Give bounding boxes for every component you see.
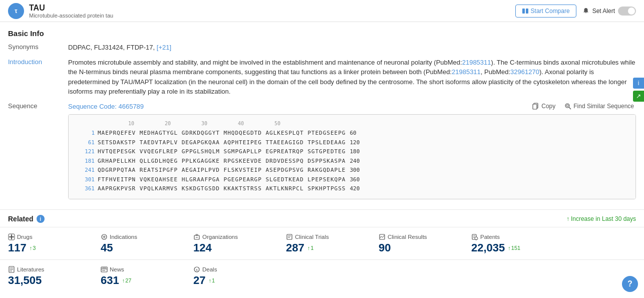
introduction-value: Promotes microtubule assembly and stabil… — [68, 58, 636, 97]
sequence-box[interactable]: 10 20 30 40 50 1 MAEPRQEFEV MEDHAGTYGL G… — [68, 114, 636, 199]
basic-info-section: Basic Info Synonyms DDPAC, FLJ31424, FTD… — [0, 22, 644, 209]
stat-news[interactable]: News 631 ↑ 27 — [101, 263, 193, 289]
start-compare-button[interactable]: Start Compare — [515, 5, 576, 18]
float-info-button[interactable]: i — [633, 78, 644, 89]
app-logo: τ — [8, 3, 24, 19]
clinical-results-icon — [379, 233, 386, 240]
synonyms-value: DDPAC, FLJ31424, FTDP-17, [+21] — [68, 43, 636, 53]
intro-text3: , PubMed: — [481, 68, 510, 76]
sequence-content: Sequence Code: 4665789 Copy — [68, 102, 636, 200]
patents-icon: p — [471, 233, 478, 240]
news-count: 631 — [101, 275, 119, 286]
set-alert-toggle[interactable] — [618, 7, 636, 16]
header-actions: Start Compare Set Alert — [515, 5, 636, 18]
synonyms-label: Synonyms — [8, 43, 68, 51]
find-similar-icon — [564, 103, 571, 110]
pubmed1-link[interactable]: 21985311 — [462, 59, 491, 66]
synonyms-text: DDPAC, FLJ31424, FTDP-17, — [68, 44, 157, 51]
synonyms-more-link[interactable]: [+21] — [157, 44, 171, 51]
svg-text:$: $ — [196, 268, 198, 271]
related-title-text: Related — [8, 215, 34, 223]
bell-icon — [582, 8, 589, 15]
pubmed2-link[interactable]: 21985311 — [452, 68, 481, 76]
seq-line-181: 181 GRHAPELLKH QLLGDLHQEG PPLKGAGGKE RPG… — [74, 157, 630, 166]
deals-count: 27 — [193, 275, 205, 286]
float-right-buttons: i ↗ — [633, 78, 644, 102]
stat-organizations[interactable]: Organizations 124 — [193, 230, 286, 256]
indications-icon — [101, 233, 108, 240]
copy-button[interactable]: Copy — [530, 102, 557, 111]
clinical-trials-icon — [286, 233, 293, 240]
find-similar-button[interactable]: Find Similar Sequence — [562, 102, 636, 111]
stat-clinical-results[interactable]: Clinical Results 90 — [379, 230, 471, 256]
header: τ TAU Microtubule-associated protein tau… — [0, 0, 644, 22]
clinical-results-label: Clinical Results — [388, 234, 427, 240]
stats-row-2: Literatures 31,505 News 631 ↑ 27 — [0, 259, 644, 292]
svg-rect-16 — [196, 234, 198, 235]
indications-label: Indications — [110, 234, 137, 240]
deals-icon: $ — [193, 266, 200, 273]
float-action-button[interactable]: ↗ — [633, 91, 644, 102]
basic-info-title: Basic Info — [8, 29, 636, 38]
intro-text1: Promotes microtubule assembly and stabil… — [68, 59, 462, 66]
organizations-label: Organizations — [202, 234, 238, 240]
drugs-up: ↑ 3 — [30, 245, 36, 251]
copy-icon — [532, 103, 539, 110]
svg-rect-5 — [533, 104, 537, 109]
sequence-ruler: 10 20 30 40 50 — [74, 120, 630, 127]
organizations-icon — [193, 233, 200, 240]
patents-up: ↑ 151 — [508, 245, 520, 251]
increase-label: ↑ Increase in Last 30 days — [566, 215, 636, 222]
news-icon — [101, 266, 108, 273]
svg-point-6 — [565, 104, 569, 108]
sequence-code-link[interactable]: Sequence Code: 4665789 — [68, 102, 530, 112]
drugs-icon — [8, 233, 15, 240]
clinical-results-count: 90 — [379, 242, 391, 253]
deals-up: ↑ 1 — [208, 277, 215, 283]
stats-row-1: Drugs 117 ↑ 3 Indications 45 — [0, 227, 644, 259]
clinical-trials-label: Clinical Trials — [295, 234, 329, 240]
pubmed3-link[interactable]: 32961270 — [510, 68, 539, 76]
literatures-count: 31,505 — [8, 275, 42, 286]
svg-line-7 — [569, 107, 571, 109]
svg-rect-2 — [522, 9, 525, 14]
patents-count: 22,035 — [471, 242, 505, 253]
seq-line-121: 121 HVTQEPESGK VVQEGFLREP GPPGLSHQLM SGM… — [74, 148, 630, 156]
help-button[interactable]: ? — [622, 276, 638, 292]
sequence-label: Sequence — [8, 102, 68, 110]
set-alert-label: Set Alert — [592, 8, 615, 15]
related-header: Related i ↑ Increase in Last 30 days — [0, 210, 644, 227]
literatures-label: Literatures — [17, 266, 44, 272]
clinical-trials-count: 287 — [286, 242, 304, 253]
seq-line-301: 301 FTFHVEITPN VQKEQAHSEE HLGRAAFPGA PGE… — [74, 176, 630, 184]
set-alert-toggle-group: Set Alert — [582, 7, 636, 16]
drugs-count: 117 — [8, 242, 27, 253]
svg-rect-3 — [526, 9, 528, 14]
svg-rect-10 — [11, 234, 12, 239]
up-arrow-icon: ↑ — [566, 215, 569, 222]
related-title-group: Related i — [8, 215, 45, 223]
related-info-icon[interactable]: i — [37, 215, 45, 223]
stat-deals[interactable]: $ Deals 27 ↑ 1 — [193, 263, 286, 289]
organizations-count: 124 — [193, 242, 212, 253]
seq-line-361: 361 AAPRGKPVSR VPQLKARMVS KSKDGTGSDD KKA… — [74, 185, 630, 193]
literatures-icon — [8, 266, 15, 273]
indications-count: 45 — [101, 242, 113, 253]
introduction-row: Introduction Promotes microtubule assemb… — [8, 58, 636, 97]
protein-name: TAU — [29, 4, 515, 13]
sequence-buttons: Copy Find Similar Sequence — [530, 102, 636, 111]
seq-line-61: 61 SETSDAKSTP TAEDVTAPLV DEGAPGKQAA AQPH… — [74, 139, 630, 147]
drugs-label: Drugs — [17, 234, 33, 240]
deals-label: Deals — [202, 266, 217, 272]
sequence-row: Sequence Sequence Code: 4665789 Copy — [8, 102, 636, 200]
synonyms-row: Synonyms DDPAC, FLJ31424, FTDP-17, [+21] — [8, 43, 636, 53]
stat-indications[interactable]: Indications 45 — [101, 230, 193, 256]
stat-clinical-trials[interactable]: Clinical Trials 287 ↑ 1 — [286, 230, 379, 256]
news-label: News — [110, 266, 124, 272]
compare-icon — [522, 8, 529, 15]
stat-drugs[interactable]: Drugs 117 ↑ 3 — [8, 230, 101, 256]
sequence-header: Sequence Code: 4665789 Copy — [68, 102, 636, 112]
stat-literatures[interactable]: Literatures 31,505 — [8, 263, 101, 289]
stat-patents[interactable]: p Patents 22,035 ↑ 151 — [471, 230, 564, 256]
introduction-label: Introduction — [8, 58, 68, 66]
